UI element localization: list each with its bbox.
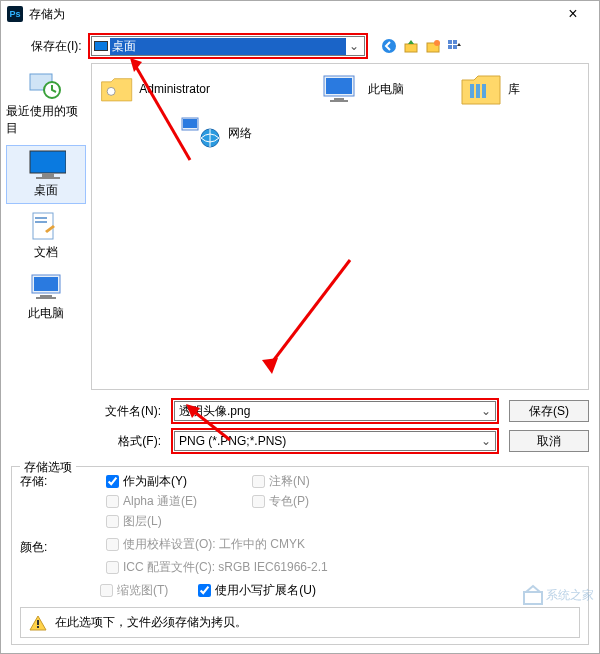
file-label: Administrator bbox=[139, 82, 210, 96]
svg-rect-19 bbox=[36, 297, 56, 299]
file-label: 网络 bbox=[228, 125, 290, 142]
svg-rect-27 bbox=[482, 84, 486, 98]
place-documents[interactable]: 文档 bbox=[6, 208, 86, 265]
color-label: 颜色: bbox=[20, 539, 100, 556]
up-icon[interactable] bbox=[402, 37, 420, 55]
file-label: 此电脑 bbox=[368, 81, 430, 98]
new-folder-icon[interactable] bbox=[424, 37, 442, 55]
file-item-network[interactable]: 网络 bbox=[180, 116, 290, 150]
filename-input[interactable]: 透明头像.png ⌄ bbox=[174, 401, 496, 421]
dialog-title: 存储为 bbox=[29, 6, 553, 23]
svg-point-20 bbox=[107, 87, 115, 95]
icc-checkbox: ICC 配置文件(C): sRGB IEC61966-2.1 bbox=[106, 559, 392, 576]
svg-rect-17 bbox=[34, 277, 58, 291]
computer-icon bbox=[320, 72, 362, 106]
svg-rect-10 bbox=[30, 151, 66, 173]
spot-checkbox: 专色(P) bbox=[252, 493, 392, 510]
svg-rect-32 bbox=[37, 626, 39, 628]
watermark: 系统之家 bbox=[522, 584, 594, 606]
filename-label: 文件名(N): bbox=[101, 403, 161, 420]
as-copy-checkbox[interactable]: 作为副本(Y) bbox=[106, 473, 246, 490]
svg-rect-13 bbox=[33, 213, 53, 239]
file-item-libraries[interactable]: 库 bbox=[460, 72, 570, 106]
svg-rect-18 bbox=[40, 295, 52, 297]
notes-checkbox: 注释(N) bbox=[252, 473, 392, 490]
desktop-icon-large bbox=[26, 150, 66, 180]
save-in-combo[interactable]: 桌面 ⌄ bbox=[91, 36, 365, 56]
watermark-icon bbox=[522, 584, 544, 606]
lowercase-ext-checkbox[interactable]: 使用小写扩展名(U) bbox=[198, 582, 316, 599]
svg-rect-4 bbox=[448, 40, 452, 44]
svg-rect-1 bbox=[405, 44, 417, 52]
format-highlight: PNG (*.PNG;*.PNS) ⌄ bbox=[171, 428, 499, 454]
warning-icon bbox=[29, 615, 47, 631]
chevron-down-icon: ⌄ bbox=[346, 39, 362, 53]
file-item-thispc[interactable]: 此电脑 bbox=[320, 72, 430, 106]
file-item-admin[interactable]: Administrator bbox=[100, 72, 210, 106]
svg-rect-26 bbox=[476, 84, 480, 98]
svg-rect-12 bbox=[36, 177, 60, 179]
chevron-down-icon: ⌄ bbox=[481, 434, 491, 448]
place-recent-label: 最近使用的项目 bbox=[6, 103, 86, 137]
svg-rect-6 bbox=[448, 45, 452, 49]
thumbnail-checkbox: 缩览图(T) bbox=[100, 582, 168, 599]
file-list[interactable]: Administrator 此电脑 库 网络 bbox=[91, 63, 589, 390]
save-in-label: 保存在(I): bbox=[31, 38, 82, 55]
format-label: 格式(F): bbox=[101, 433, 161, 450]
user-folder-icon bbox=[100, 72, 133, 106]
alpha-checkbox: Alpha 通道(E) bbox=[106, 493, 246, 510]
libraries-icon bbox=[460, 72, 502, 106]
save-button[interactable]: 保存(S) bbox=[509, 400, 589, 422]
svg-rect-15 bbox=[35, 221, 47, 223]
file-label: 库 bbox=[508, 81, 570, 98]
thispc-icon bbox=[26, 273, 66, 303]
save-options-group: 存储选项 存储: 作为副本(Y) 注释(N) Alpha 通道(E) 专色(P)… bbox=[11, 466, 589, 645]
cancel-button[interactable]: 取消 bbox=[509, 430, 589, 452]
recent-icon bbox=[26, 71, 66, 101]
svg-rect-31 bbox=[37, 620, 39, 625]
warning-bar: 在此选项下，文件必须存储为拷贝。 bbox=[20, 607, 580, 638]
svg-rect-25 bbox=[470, 84, 474, 98]
place-recent[interactable]: 最近使用的项目 bbox=[6, 67, 86, 141]
place-desktop[interactable]: 桌面 bbox=[6, 145, 86, 204]
place-documents-label: 文档 bbox=[34, 244, 58, 261]
svg-rect-33 bbox=[524, 592, 542, 604]
svg-rect-24 bbox=[330, 100, 348, 102]
place-thispc[interactable]: 此电脑 bbox=[6, 269, 86, 326]
save-in-value: 桌面 bbox=[110, 38, 346, 55]
filename-highlight: 透明头像.png ⌄ bbox=[171, 398, 499, 424]
back-icon[interactable] bbox=[380, 37, 398, 55]
network-icon bbox=[180, 116, 222, 150]
desktop-icon bbox=[94, 41, 108, 51]
places-bar: 最近使用的项目 桌面 文档 此电脑 bbox=[1, 63, 91, 390]
svg-point-3 bbox=[434, 40, 440, 46]
svg-rect-7 bbox=[453, 45, 457, 49]
proof-checkbox: 使用校样设置(O): 工作中的 CMYK bbox=[106, 536, 392, 553]
svg-rect-22 bbox=[326, 78, 352, 94]
format-combo[interactable]: PNG (*.PNG;*.PNS) ⌄ bbox=[174, 431, 496, 451]
place-desktop-label: 桌面 bbox=[34, 182, 58, 199]
place-thispc-label: 此电脑 bbox=[28, 305, 64, 322]
svg-rect-11 bbox=[42, 173, 54, 177]
format-value: PNG (*.PNG;*.PNS) bbox=[179, 434, 286, 448]
chevron-down-icon: ⌄ bbox=[481, 404, 491, 418]
options-title: 存储选项 bbox=[20, 459, 76, 476]
layers-checkbox: 图层(L) bbox=[106, 513, 246, 530]
svg-rect-29 bbox=[183, 119, 197, 128]
svg-rect-5 bbox=[453, 40, 457, 44]
documents-icon bbox=[26, 212, 66, 242]
svg-rect-23 bbox=[334, 98, 344, 100]
view-menu-icon[interactable] bbox=[446, 37, 464, 55]
svg-point-0 bbox=[382, 39, 396, 53]
svg-rect-14 bbox=[35, 217, 47, 219]
save-in-combo-highlight: 桌面 ⌄ bbox=[88, 33, 368, 59]
photoshop-icon: Ps bbox=[7, 6, 23, 22]
filename-value: 透明头像.png bbox=[179, 403, 250, 420]
warning-text: 在此选项下，文件必须存储为拷贝。 bbox=[55, 614, 247, 631]
close-button[interactable]: × bbox=[553, 5, 593, 23]
